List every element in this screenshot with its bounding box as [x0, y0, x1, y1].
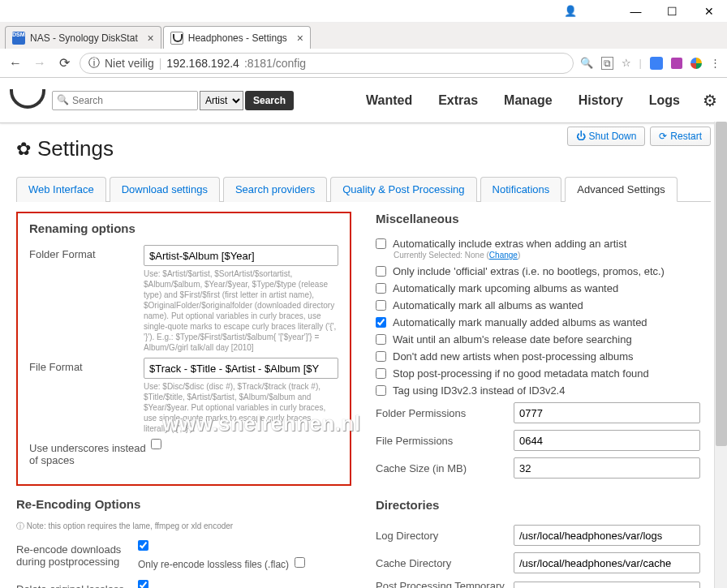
file-format-label: File Format — [29, 358, 144, 373]
browser-tab[interactable]: DSM NAS - Synology DiskStat × — [5, 26, 161, 49]
favicon-dsm: DSM — [12, 32, 25, 45]
misc-checkbox[interactable] — [376, 368, 386, 379]
misc-option-label: Stop post-processing if no good metadata… — [393, 367, 649, 380]
settings-gear-icon[interactable]: ⚙ — [703, 91, 717, 110]
cache-dir-label: Cache Directory — [376, 557, 514, 569]
cache-size-label: Cache Size (in MB) — [376, 462, 514, 474]
tab-web-interface[interactable]: Web Interface — [16, 177, 106, 202]
scrollbar-thumb[interactable] — [716, 122, 727, 446]
file-format-input[interactable] — [144, 358, 338, 379]
browser-tabstrip: DSM NAS - Synology DiskStat × Headphones… — [0, 23, 727, 49]
misc-option-row: Automatically mark all albums as wanted — [376, 297, 711, 314]
content-area: ⏻Shut Down ⟳Restart ✿Settings Web Interf… — [0, 123, 727, 588]
nav-wanted[interactable]: Wanted — [366, 93, 412, 108]
reencode-label: Re-encode downloads during postprocessin… — [16, 540, 138, 568]
reencode-checkbox[interactable] — [138, 540, 148, 551]
folder-perm-input[interactable] — [514, 402, 700, 423]
misc-option-label: Only include 'official' extras (i.e. no … — [393, 265, 665, 277]
address-field[interactable]: ⓘ Niet veilig | 192.168.192.4:8181/confi… — [80, 53, 574, 74]
misc-option-row: Don't add new artists when post-processi… — [376, 348, 711, 365]
file-perm-label: File Permissions — [376, 435, 514, 447]
renaming-options-box: Renaming options Folder Format Use: $Art… — [16, 212, 351, 486]
cache-dir-input[interactable] — [514, 552, 700, 573]
cache-size-input[interactable] — [514, 457, 700, 479]
right-column: Miscellaneous Automatically include extr… — [376, 212, 711, 588]
window-minimize[interactable]: — — [617, 0, 654, 23]
misc-checkbox[interactable] — [376, 351, 386, 362]
window-close[interactable]: ✕ — [690, 0, 727, 23]
window-maximize[interactable]: ☐ — [654, 0, 690, 23]
only-lossless-label: Only re-encode lossless files (.flac) — [138, 559, 289, 570]
star-icon[interactable]: ☆ — [622, 57, 631, 69]
nav-reload[interactable]: ⟳ — [55, 55, 73, 71]
folder-format-help: Use: $Artist/$artist, $SortArtist/$sorta… — [144, 268, 338, 353]
misc-option-row: Automatically include extras when adding… — [376, 235, 711, 252]
nav-manage[interactable]: Manage — [504, 93, 553, 108]
folder-format-input[interactable] — [144, 245, 338, 266]
misc-option-row: Only include 'official' extras (i.e. no … — [376, 263, 711, 280]
underscores-checkbox[interactable] — [151, 439, 161, 449]
extension-pdf-icon[interactable] — [671, 58, 682, 69]
search-button[interactable]: Search — [245, 91, 294, 110]
tab-close-icon[interactable]: × — [148, 32, 154, 45]
nav-back[interactable]: ← — [6, 56, 24, 71]
browser-tab-active[interactable]: Headphones - Settings × — [163, 26, 311, 49]
restart-button[interactable]: ⟳Restart — [650, 127, 711, 146]
extension-icon[interactable] — [650, 57, 663, 70]
headphones-logo-icon[interactable] — [10, 84, 42, 117]
nav-extras[interactable]: Extras — [438, 93, 478, 108]
only-lossless-checkbox[interactable] — [295, 557, 305, 568]
shutdown-button[interactable]: ⏻Shut Down — [567, 127, 646, 146]
misc-option-label: Automatically mark all albums as wanted — [393, 299, 583, 311]
misc-option-row: Automatically mark upcoming albums as wa… — [376, 280, 711, 297]
misc-option-label: Tag using ID3v2.3 instead of ID3v2.4 — [393, 384, 565, 397]
misc-checkbox[interactable] — [376, 266, 386, 277]
search-input[interactable] — [52, 91, 198, 110]
misc-checkbox[interactable] — [376, 334, 386, 345]
reencoding-note: ⓘ Note: this option requires the lame, f… — [16, 521, 351, 532]
security-label: Niet veilig — [105, 57, 154, 70]
url-bar: ← → ⟳ ⓘ Niet veilig | 192.168.192.4:8181… — [0, 49, 727, 78]
misc-option-label: Wait until an album's release date befor… — [393, 333, 632, 346]
misc-checkbox[interactable] — [376, 317, 386, 328]
extension-chrome-icon[interactable] — [690, 58, 702, 69]
scrollbar[interactable] — [714, 122, 727, 588]
tab-title: NAS - Synology DiskStat — [30, 32, 138, 44]
nav-logs[interactable]: Logs — [649, 93, 680, 108]
tab-notifications[interactable]: Notifications — [480, 177, 562, 202]
file-format-help: Use: $Disc/$disc (disc #), $Track/$track… — [144, 381, 338, 434]
profile-icon[interactable]: 👤 — [564, 5, 577, 17]
gear-icon: ✿ — [16, 139, 31, 160]
tab-quality-post[interactable]: Quality & Post Processing — [330, 177, 476, 202]
renaming-title: Renaming options — [29, 221, 338, 235]
tab-title: Headphones - Settings — [188, 32, 287, 44]
log-dir-input[interactable] — [514, 525, 700, 546]
security-icon[interactable]: ⓘ — [88, 56, 100, 71]
browser-menu-icon[interactable]: ⋮ — [710, 57, 721, 69]
underscores-label: Use underscores instead of spaces — [29, 439, 151, 466]
tab-download-settings[interactable]: Download settings — [110, 177, 220, 202]
left-column: Renaming options Folder Format Use: $Art… — [16, 212, 351, 588]
misc-checkbox[interactable] — [376, 238, 386, 249]
misc-checkbox[interactable] — [376, 385, 386, 396]
folder-perm-label: Folder Permissions — [376, 407, 514, 419]
misc-checkbox[interactable] — [376, 283, 386, 294]
tab-close-icon[interactable]: × — [297, 32, 303, 45]
settings-tabs: Web Interface Download settings Search p… — [16, 176, 711, 202]
misc-option-row: Automatically mark manually added albums… — [376, 314, 711, 331]
misc-option-label: Don't add new artists when post-processi… — [393, 350, 634, 363]
translate-icon[interactable]: ⧉ — [601, 57, 613, 70]
tab-advanced[interactable]: Advanced Settings — [565, 177, 677, 202]
file-perm-input[interactable] — [514, 430, 700, 451]
pp-dir-input[interactable] — [514, 582, 700, 588]
change-link[interactable]: Change — [489, 251, 518, 260]
app-header: Artist Search Wanted Extras Manage Histo… — [0, 78, 727, 123]
search-type-select[interactable]: Artist — [200, 91, 243, 110]
reencoding-title: Re-Encoding Options — [16, 497, 351, 511]
nav-history[interactable]: History — [579, 93, 623, 108]
refresh-icon: ⟳ — [659, 131, 667, 142]
zoom-icon[interactable]: 🔍 — [580, 57, 593, 69]
misc-checkbox[interactable] — [376, 300, 386, 311]
tab-search-providers[interactable]: Search providers — [223, 177, 327, 202]
delete-lossless-checkbox[interactable] — [138, 580, 148, 588]
